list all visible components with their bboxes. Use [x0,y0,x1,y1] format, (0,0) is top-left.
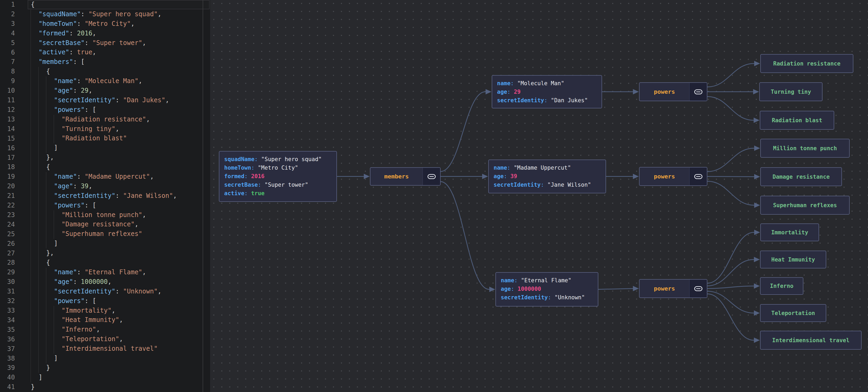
node-power-leaf[interactable]: Radiation resistance [760,54,854,73]
node-field: name: "Madame Uppercut" [494,164,606,172]
node-label: members [370,168,423,185]
node-member[interactable]: name: "Eternal Flame"age: 1000000secretI… [495,272,598,307]
node-power-leaf[interactable]: Radiation blast [760,111,834,130]
node-field: secretIdentity: "Unknown" [501,293,598,302]
node-power-leaf[interactable]: Interdimensional travel [760,331,862,349]
node-field: secretIdentity: "Jane Wilson" [494,180,606,189]
node-field: formed: 2016 [224,172,336,180]
node-field: secretBase: "Super tower" [224,180,336,189]
node-field: name: "Eternal Flame" [501,276,598,285]
node-power-leaf[interactable]: Heat Immunity [760,251,826,269]
node-field: squadName: "Super hero squad" [224,155,336,164]
node-power-leaf[interactable]: Damage resistance [760,167,842,186]
node-power-leaf[interactable]: Immortality [760,223,819,241]
link-icon[interactable] [689,280,707,298]
node-label: powers [640,168,689,185]
node-power-leaf[interactable]: Superhuman reflexes [760,196,850,215]
link-icon[interactable] [689,83,707,101]
node-members-array[interactable]: members [370,167,441,186]
node-powers-array[interactable]: powers [639,279,707,298]
link-icon[interactable] [423,168,440,185]
node-label: powers [640,280,689,298]
node-member[interactable]: name: "Molecule Man"age: 29secretIdentit… [492,75,602,108]
node-label: powers [640,83,689,101]
node-field: secretIdentity: "Dan Jukes" [497,96,601,105]
graph-stage: members squadName: "Super hero squad"hom… [0,0,868,392]
node-powers-array[interactable]: powers [639,167,707,186]
node-root[interactable]: squadName: "Super hero squad"homeTown: "… [219,151,337,202]
node-field: age: 1000000 [501,285,598,293]
node-powers-array[interactable]: powers [639,82,707,101]
node-power-leaf[interactable]: Turning tiny [759,82,823,101]
node-field: age: 29 [497,88,601,96]
node-member[interactable]: name: "Madame Uppercut"age: 39secretIden… [488,160,606,193]
graph-edges [0,0,868,392]
node-power-leaf[interactable]: Million tonne punch [760,139,850,158]
link-icon[interactable] [689,168,707,185]
node-power-leaf[interactable]: Inferno [760,277,803,295]
node-field: homeTown: "Metro City" [224,164,336,172]
node-field: name: "Molecule Man" [497,79,601,88]
node-field: active: true [224,189,336,198]
node-power-leaf[interactable]: Teleportation [760,304,826,322]
node-field: age: 39 [494,172,606,180]
